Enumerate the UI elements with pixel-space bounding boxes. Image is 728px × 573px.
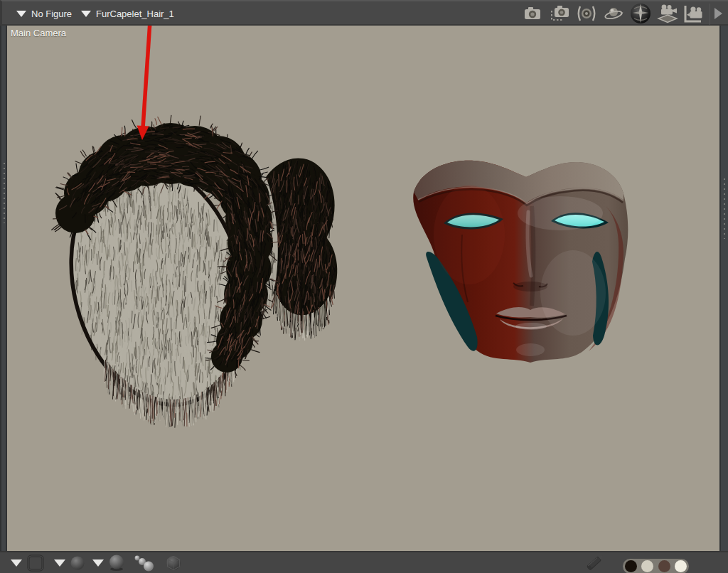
viewport-bottom-toolbar [0,551,728,573]
multi-sphere-button[interactable] [131,552,156,573]
aim-camera-button[interactable] [573,2,600,25]
app-window: No Figure FurCapelet_Hair_1 [0,0,728,573]
chin-highlight [516,343,545,356]
shading-dropdown[interactable] [91,552,105,573]
aspect-frame-icon [26,554,45,572]
chevron-down-icon [92,559,104,567]
chevron-down-icon [81,11,91,17]
faceted-sphere-icon [164,554,183,572]
chevron-down-icon [54,559,65,567]
viewport-3d[interactable]: Main Camera [7,26,719,551]
divider-grip[interactable] [723,178,727,239]
camera-name-label: Main Camera [11,28,66,38]
orbit-camera-button[interactable] [600,2,627,25]
node-selector-dropdown[interactable]: FurCapelet_Hair_1 [81,1,174,26]
furcapelet-hair-object[interactable] [47,115,343,427]
chevron-down-icon [11,559,22,567]
panel-divider-right[interactable] [719,26,728,551]
divider-grip[interactable] [3,162,6,223]
forehead-sheen [518,196,603,230]
camera-above-plane-icon [656,4,679,23]
scene-rotate-globe-icon [629,2,652,25]
swatch-black[interactable] [625,560,637,572]
figure-selector-label: No Figure [31,9,72,19]
frame-camera-button[interactable] [546,2,573,25]
panel-divider-left[interactable] [0,26,7,551]
annotate-pencil-button[interactable] [580,552,609,573]
drawstyle-dropdown[interactable] [53,552,67,573]
annotation-arrow [137,26,151,140]
camera-view-frame-button[interactable] [681,2,708,25]
swatch-light-grey[interactable] [641,560,653,572]
view-options-dropdown[interactable] [9,552,23,573]
camera-icon [523,5,542,22]
aim-camera-icon [576,4,597,23]
multi-sphere-icon [132,554,156,572]
camera-button[interactable] [519,2,546,25]
figure-selector-dropdown[interactable]: No Figure [16,1,72,26]
swatch-brown[interactable] [658,560,670,572]
camera-tools-group [519,1,708,26]
expand-panel-arrow-icon [713,7,723,20]
lip-highlight [515,323,547,330]
chevron-down-icon [16,11,26,17]
camera-view-frame-icon [682,3,707,24]
node-selector-label: FurCapelet_Hair_1 [96,9,174,19]
render-swatch-pill[interactable] [623,559,689,573]
orbit-camera-icon [604,5,623,22]
swatch-cream[interactable] [675,560,687,572]
sphere-style-icon [69,555,86,572]
face-mask-object[interactable] [413,161,628,363]
shaded-sphere-button[interactable] [107,552,127,573]
frame-camera-icon [549,4,570,23]
shaded-sphere-icon [107,554,126,572]
drawstyle-sphere-button[interactable] [68,552,87,573]
scene-rotate-button[interactable] [627,2,654,25]
viewport-top-toolbar: No Figure FurCapelet_Hair_1 [0,0,728,26]
pencil-icon [581,553,608,573]
right-cheek-sheen [540,250,606,336]
faceted-sphere-button[interactable] [164,552,183,573]
camera-above-plane-button[interactable] [654,2,681,25]
scene-canvas [7,26,719,551]
toolbar-separator [710,4,710,25]
aspect-frame-button[interactable] [26,552,46,573]
expand-panel-button[interactable] [711,1,725,26]
left-red-sheen [434,185,505,284]
